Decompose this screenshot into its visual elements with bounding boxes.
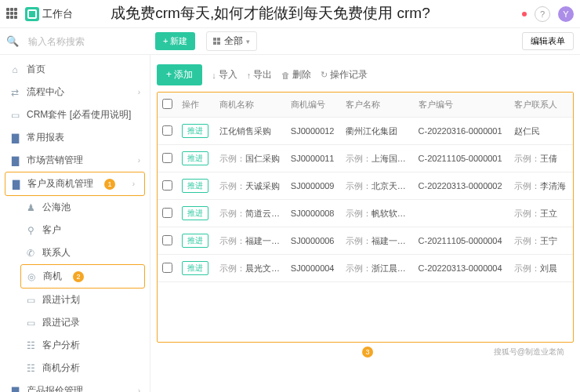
avatar[interactable]: Y bbox=[558, 6, 574, 22]
sidebar-label: CRM套件 [必看使用说明] bbox=[27, 108, 131, 122]
sidebar-label: 流程中心 bbox=[27, 85, 64, 99]
add-button[interactable]: + 添加 bbox=[157, 64, 202, 85]
cell-customer: 示例：帆软软件有限公司 bbox=[341, 200, 414, 227]
import-link[interactable]: ↓导入 bbox=[212, 68, 237, 82]
logo-icon bbox=[25, 7, 39, 21]
sidebar-icon: ▇ bbox=[9, 386, 20, 393]
sidebar-label: 常用报表 bbox=[27, 131, 64, 144]
table-row[interactable]: 推进示例：简道云采购SJ0000008示例：帆软软件有限公司示例：王立 bbox=[158, 200, 573, 227]
cell-contact: 示例：刘晨 bbox=[509, 255, 573, 282]
sidebar-icon: ▇ bbox=[9, 155, 20, 166]
row-checkbox[interactable] bbox=[162, 235, 172, 245]
sidebar-item-8[interactable]: ✆联系人 bbox=[0, 241, 150, 264]
cell-name: 示例：天诚采购 bbox=[215, 172, 286, 200]
article-title: 成免费crm每天,如何才能做到每天免费使用 crm? bbox=[63, 3, 478, 24]
row-checkbox[interactable] bbox=[162, 153, 172, 163]
row-checkbox[interactable] bbox=[162, 125, 172, 136]
trash-icon: 🗑 bbox=[281, 71, 290, 80]
cell-name: 示例：福建一高3月订单 bbox=[215, 227, 286, 255]
cell-contact: 赵仁民 bbox=[509, 118, 573, 145]
sidebar-icon: ♟ bbox=[25, 202, 36, 213]
cell-customer: 衢州江化集团 bbox=[341, 118, 414, 145]
help-icon[interactable]: ? bbox=[535, 6, 550, 22]
clock-icon: ↻ bbox=[321, 70, 328, 80]
col-header[interactable]: 客户联系人 bbox=[509, 93, 573, 118]
sidebar-item-11[interactable]: ▭跟进记录 bbox=[0, 311, 150, 334]
row-checkbox[interactable] bbox=[162, 180, 172, 191]
new-button[interactable]: + 新建 bbox=[155, 32, 195, 50]
sidebar-item-6[interactable]: ♟公海池 bbox=[0, 196, 150, 219]
notification-dot-icon[interactable] bbox=[522, 12, 527, 16]
table-container: 操作商机名称商机编号客户名称客户编号客户联系人 推进江化销售采购SJ000001… bbox=[157, 92, 574, 343]
col-header[interactable]: 客户名称 bbox=[341, 93, 414, 118]
cell-code: SJ0000008 bbox=[286, 200, 341, 227]
sidebar-item-1[interactable]: ⇄流程中心› bbox=[0, 81, 150, 103]
promote-button[interactable]: 推进 bbox=[182, 234, 208, 248]
cell-customer: 示例：北京天诚软件... bbox=[341, 172, 414, 200]
sidebar-item-12[interactable]: ☷客户分析 bbox=[0, 334, 150, 357]
promote-button[interactable]: 推进 bbox=[182, 206, 208, 220]
promote-button[interactable]: 推进 bbox=[182, 179, 208, 193]
search-icon: 🔍 bbox=[6, 35, 19, 47]
sidebar-item-10[interactable]: ▭跟进计划 bbox=[0, 289, 150, 311]
sidebar-icon: ▭ bbox=[9, 110, 20, 121]
log-link[interactable]: ↻操作记录 bbox=[321, 68, 368, 82]
table-row[interactable]: 推进示例：晨光文具设备...SJ0000004示例：浙江晨光文具...C-202… bbox=[158, 255, 573, 282]
col-header[interactable]: 操作 bbox=[177, 93, 215, 118]
export-link[interactable]: ↑导出 bbox=[247, 68, 273, 82]
promote-button[interactable]: 推进 bbox=[182, 151, 208, 165]
col-header[interactable]: 商机名称 bbox=[215, 93, 286, 118]
table-row[interactable]: 推进江化销售采购SJ0000012衢州江化集团C-20220316-000000… bbox=[158, 118, 573, 145]
chevron-right-icon: › bbox=[138, 88, 140, 96]
sidebar-item-7[interactable]: ⚲客户 bbox=[0, 219, 150, 241]
promote-button[interactable]: 推进 bbox=[182, 124, 208, 138]
sidebar-label: 商机 bbox=[43, 270, 62, 283]
promote-button[interactable]: 推进 bbox=[182, 261, 208, 275]
table-row[interactable]: 推进示例：国仁采购SJ0000011示例：上海国仁有限...C-20211105… bbox=[158, 145, 573, 172]
tab-all[interactable]: 全部 ▾ bbox=[206, 31, 257, 51]
cell-customer: 示例：浙江晨光文具... bbox=[341, 255, 414, 282]
sidebar-label: 联系人 bbox=[42, 246, 71, 260]
cell-code: SJ0000006 bbox=[286, 227, 341, 255]
col-header[interactable]: 商机编号 bbox=[286, 93, 341, 118]
delete-link[interactable]: 🗑删除 bbox=[281, 68, 311, 82]
sidebar-item-2[interactable]: ▭CRM套件 [必看使用说明] bbox=[0, 103, 150, 126]
sidebar-icon: ☷ bbox=[25, 363, 36, 374]
table-row[interactable]: 推进示例：天诚采购SJ0000009示例：北京天诚软件...C-20220313… bbox=[158, 172, 573, 200]
sidebar-item-13[interactable]: ☷商机分析 bbox=[0, 357, 150, 379]
select-all-checkbox[interactable] bbox=[162, 99, 172, 109]
chevron-right-icon: › bbox=[138, 156, 140, 165]
callout-1-icon: 1 bbox=[104, 179, 115, 190]
cell-code: SJ0000011 bbox=[286, 145, 341, 172]
sidebar-item-0[interactable]: ⌂首页 bbox=[0, 58, 150, 81]
sidebar-icon: ◎ bbox=[26, 271, 37, 282]
sidebar-item-14[interactable]: ▇产品报价管理› bbox=[0, 379, 150, 392]
sidebar-icon: ⇄ bbox=[9, 87, 20, 98]
sidebar-label: 跟进计划 bbox=[42, 293, 80, 307]
cell-code: SJ0000012 bbox=[286, 118, 341, 145]
table-row[interactable]: 推进示例：福建一高3月订单SJ0000006示例：福建一高集团C-2021110… bbox=[158, 227, 573, 255]
cell-contact: 示例：王立 bbox=[509, 200, 573, 227]
cell-code: SJ0000009 bbox=[286, 172, 341, 200]
brand-label: 工作台 bbox=[42, 7, 73, 21]
sidebar-item-4[interactable]: ▇市场营销管理› bbox=[0, 149, 150, 172]
edit-form-button[interactable]: 编辑表单 bbox=[522, 32, 574, 50]
cell-contact: 示例：王倩 bbox=[509, 145, 573, 172]
sidebar-item-5[interactable]: ▇客户及商机管理1› bbox=[5, 172, 145, 196]
cell-ccode: C-20220313-0000004 bbox=[414, 255, 510, 282]
row-checkbox[interactable] bbox=[162, 263, 172, 273]
sidebar-item-9[interactable]: ◎商机2 bbox=[20, 264, 145, 289]
search-row: 🔍 + 新建 全部 ▾ 编辑表单 bbox=[0, 28, 580, 55]
chevron-down-icon: ▾ bbox=[246, 38, 250, 45]
cell-contact: 示例：王宁 bbox=[509, 227, 573, 255]
row-checkbox[interactable] bbox=[162, 208, 172, 218]
search-input[interactable] bbox=[25, 33, 149, 50]
apps-icon[interactable] bbox=[6, 8, 19, 20]
footer: 3 搜狐号@制造业老简 bbox=[157, 343, 574, 361]
attribution: 搜狐号@制造业老简 bbox=[494, 347, 564, 358]
sidebar-item-3[interactable]: ▇常用报表 bbox=[0, 126, 150, 149]
export-icon: ↑ bbox=[247, 71, 252, 80]
toolbar: + 添加 ↓导入 ↑导出 🗑删除 ↻操作记录 bbox=[157, 61, 574, 92]
col-header[interactable]: 客户编号 bbox=[414, 93, 510, 118]
cell-ccode: C-20211105-0000004 bbox=[414, 227, 510, 255]
